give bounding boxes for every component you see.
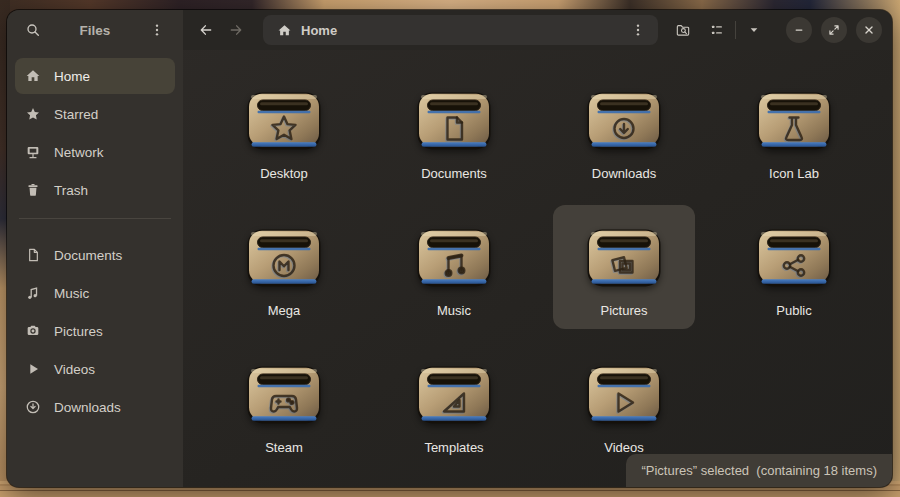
folder-label: Desktop	[260, 166, 308, 181]
app-menu-button[interactable]	[143, 16, 171, 44]
kebab-menu-icon	[630, 22, 646, 38]
folder-search-button[interactable]	[669, 16, 697, 44]
search-icon	[25, 22, 41, 38]
maximize-icon	[827, 23, 841, 37]
music-icon	[25, 285, 41, 301]
sidebar-item-label: Home	[54, 69, 90, 84]
sidebar-item-downloads[interactable]: Downloads	[15, 389, 175, 425]
folder-icon-mega	[247, 229, 321, 287]
folder-icon-music	[417, 229, 491, 287]
back-button[interactable]	[191, 15, 221, 45]
sidebar-item-home[interactable]: Home	[15, 58, 175, 94]
list-view-button[interactable]	[703, 16, 731, 44]
sidebar-item-label: Trash	[54, 183, 88, 198]
minimize-icon	[792, 23, 806, 37]
maximize-button[interactable]	[821, 17, 847, 43]
search-button[interactable]	[19, 16, 47, 44]
sidebar: Files HomeStarredNetworkTrashDocumentsMu…	[7, 10, 183, 487]
folder-label: Icon Lab	[769, 166, 819, 181]
sidebar-header: Files	[7, 10, 183, 50]
sidebar-item-starred[interactable]: Starred	[15, 96, 175, 132]
folder-label: Videos	[604, 440, 644, 455]
folder-label: Templates	[424, 440, 483, 455]
sidebar-item-label: Starred	[54, 107, 98, 122]
download-icon	[25, 399, 41, 415]
view-toggle-group	[703, 16, 768, 44]
folder-documents[interactable]: Documents	[383, 68, 525, 192]
folder-icon-star	[247, 92, 321, 150]
sidebar-separator	[19, 218, 171, 219]
window-controls	[786, 17, 882, 43]
minimize-button[interactable]	[786, 17, 812, 43]
folder-icon-share	[757, 229, 831, 287]
folder-desktop[interactable]: Desktop	[213, 68, 355, 192]
view-separator	[735, 21, 736, 39]
folder-grid: DesktopDocumentsDownloadsIcon LabMegaMus…	[183, 50, 892, 466]
chevron-down-icon	[746, 22, 762, 38]
close-icon	[862, 23, 876, 37]
folder-icon-ruler	[417, 366, 491, 424]
folder-icon-lab[interactable]: Icon Lab	[723, 68, 865, 192]
folder-icon-document	[417, 92, 491, 150]
folder-icon-pictures	[587, 229, 661, 287]
status-text: “Pictures” selected (containing 18 items…	[641, 463, 877, 478]
camera-icon	[25, 323, 41, 339]
sidebar-item-label: Network	[54, 145, 104, 160]
main-pane: Home	[183, 10, 892, 487]
sidebar-item-trash[interactable]: Trash	[15, 172, 175, 208]
folder-icon-gamepad	[247, 366, 321, 424]
sidebar-section: HomeStarredNetworkTrash	[7, 50, 183, 208]
play-icon	[25, 361, 41, 377]
folder-videos[interactable]: Videos	[553, 342, 695, 466]
trash-icon	[25, 182, 41, 198]
folder-label: Downloads	[592, 166, 656, 181]
forward-arrow-icon	[228, 22, 244, 38]
list-view-icon	[709, 22, 725, 38]
sidebar-item-label: Downloads	[54, 400, 121, 415]
folder-music[interactable]: Music	[383, 205, 525, 329]
folder-mega[interactable]: Mega	[213, 205, 355, 329]
folder-icon-flask	[757, 92, 831, 150]
status-bar: “Pictures” selected (containing 18 items…	[626, 454, 892, 487]
folder-templates[interactable]: Templates	[383, 342, 525, 466]
folder-label: Mega	[268, 303, 301, 318]
sidebar-item-label: Pictures	[54, 324, 103, 339]
folder-label: Music	[437, 303, 471, 318]
view-options-dropdown[interactable]	[740, 16, 768, 44]
sidebar-item-label: Music	[54, 286, 89, 301]
kebab-menu-icon	[149, 22, 165, 38]
folder-icon-play	[587, 366, 661, 424]
folder-label: Public	[776, 303, 811, 318]
headerbar-right	[669, 16, 882, 44]
pathbar[interactable]: Home	[263, 15, 658, 45]
sidebar-item-network[interactable]: Network	[15, 134, 175, 170]
close-button[interactable]	[856, 17, 882, 43]
sidebar-sections: HomeStarredNetworkTrashDocumentsMusicPic…	[7, 50, 183, 427]
app-title: Files	[47, 23, 143, 38]
headerbar: Home	[183, 10, 892, 50]
sidebar-section: DocumentsMusicPicturesVideosDownloads	[7, 229, 183, 425]
folder-steam[interactable]: Steam	[213, 342, 355, 466]
files-window: Files HomeStarredNetworkTrashDocumentsMu…	[7, 10, 892, 487]
back-arrow-icon	[198, 22, 214, 38]
folder-search-icon	[675, 22, 691, 38]
folder-icon-download	[587, 92, 661, 150]
sidebar-item-videos[interactable]: Videos	[15, 351, 175, 387]
sidebar-item-label: Videos	[54, 362, 95, 377]
folder-label: Documents	[421, 166, 487, 181]
folder-downloads[interactable]: Downloads	[553, 68, 695, 192]
star-icon	[25, 106, 41, 122]
network-icon	[25, 144, 41, 160]
document-icon	[25, 247, 41, 263]
sidebar-item-documents[interactable]: Documents	[15, 237, 175, 273]
sidebar-item-pictures[interactable]: Pictures	[15, 313, 175, 349]
folder-label: Steam	[265, 440, 303, 455]
folder-public[interactable]: Public	[723, 205, 865, 329]
folder-pictures[interactable]: Pictures	[553, 205, 695, 329]
current-location-label: Home	[301, 23, 624, 38]
folder-label: Pictures	[601, 303, 648, 318]
location-menu-button[interactable]	[624, 16, 652, 44]
sidebar-item-music[interactable]: Music	[15, 275, 175, 311]
forward-button[interactable]	[221, 15, 251, 45]
home-icon	[25, 68, 41, 84]
